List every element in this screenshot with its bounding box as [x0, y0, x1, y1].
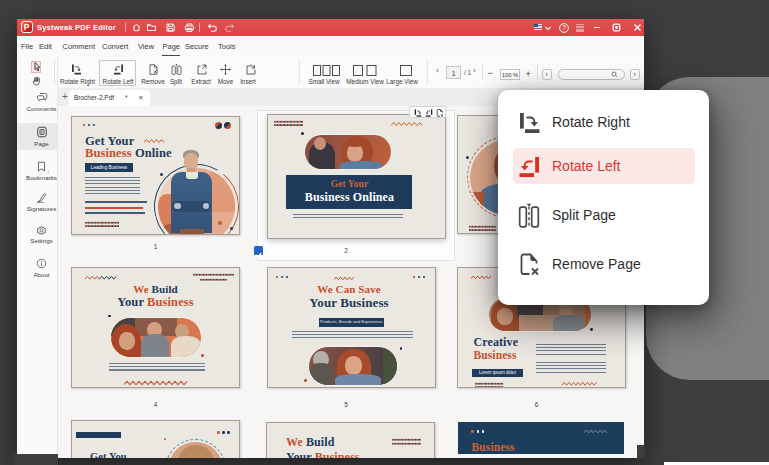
- svg-text:?: ?: [562, 24, 566, 31]
